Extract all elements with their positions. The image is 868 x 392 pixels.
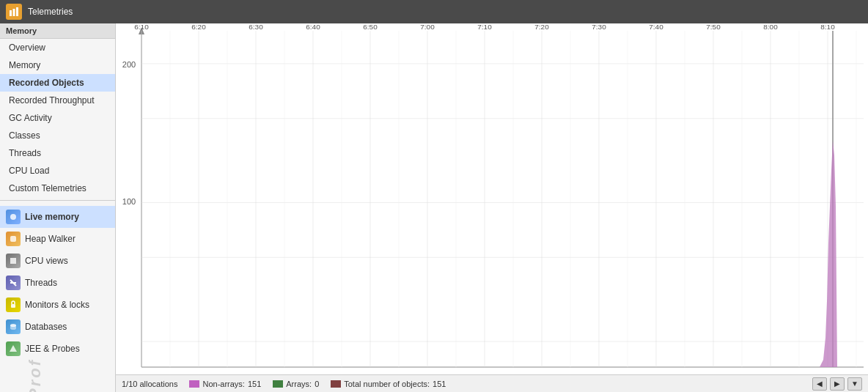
threads-tool-icon [6, 275, 21, 290]
sidebar-tool-databases[interactable]: Databases [0, 316, 115, 338]
chart-svg: 200 100 6:10 6:20 [116, 23, 868, 374]
main-layout: Memory Overview Memory Recorded Objects … [0, 23, 868, 392]
svg-text:7:50: 7:50 [706, 23, 721, 31]
sidebar-tool-threads[interactable]: Threads [0, 272, 115, 294]
sidebar-item-recorded-objects[interactable]: Recorded Objects [0, 74, 115, 92]
sidebar-tool-heap-walker[interactable]: Heap Walker [0, 228, 115, 250]
svg-text:100: 100 [122, 197, 136, 206]
non-arrays-label: Non-arrays: [202, 380, 244, 388]
heap-walker-label: Heap Walker [25, 234, 76, 244]
svg-rect-4 [10, 236, 16, 242]
header-title: Telemetries [28, 7, 73, 17]
svg-text:7:20: 7:20 [534, 23, 549, 31]
svg-text:6:50: 6:50 [363, 23, 378, 31]
sidebar-tool-jee-probes[interactable]: JEE & Probes [0, 338, 115, 360]
svg-text:200: 200 [122, 60, 136, 69]
total-value: 151 [433, 380, 446, 388]
sidebar-item-threads[interactable]: Threads [0, 144, 115, 162]
svg-text:7:30: 7:30 [592, 23, 606, 31]
arrays-color-swatch [273, 380, 283, 388]
svg-text:6:20: 6:20 [191, 23, 206, 31]
databases-icon [6, 319, 21, 334]
sidebar-item-memory[interactable]: Memory [0, 56, 115, 74]
total-label: Total number of objects: [344, 380, 430, 388]
svg-text:8:00: 8:00 [763, 23, 778, 31]
live-memory-label: Live memory [25, 212, 79, 222]
jee-probes-label: JEE & Probes [25, 344, 80, 354]
status-bar: 1/10 allocations Non-arrays: 151 Arrays:… [116, 374, 868, 392]
databases-label: Databases [25, 322, 67, 332]
profiler-watermark: JProfiler [26, 360, 45, 392]
monitors-locks-label: Monitors & locks [25, 300, 89, 310]
cpu-views-label: CPU views [25, 256, 68, 266]
total-color-swatch [331, 380, 341, 388]
sidebar-item-recorded-throughput[interactable]: Recorded Throughput [0, 92, 115, 109]
cpu-views-icon [6, 254, 21, 268]
svg-rect-1 [13, 9, 15, 16]
svg-text:6:40: 6:40 [306, 23, 320, 31]
nav-menu-button[interactable]: ▼ [847, 377, 862, 391]
telemetries-icon [6, 4, 22, 20]
svg-text:8:10: 8:10 [820, 23, 835, 31]
sidebar: Memory Overview Memory Recorded Objects … [0, 23, 116, 392]
monitors-locks-icon [6, 297, 21, 312]
sidebar-item-overview[interactable]: Overview [0, 39, 115, 56]
svg-rect-2 [16, 7, 18, 16]
svg-text:6:10: 6:10 [134, 23, 149, 31]
arrays-label: Arrays: [286, 380, 312, 388]
svg-marker-10 [10, 345, 17, 352]
allocations-text: 1/10 allocations [122, 380, 177, 388]
sidebar-tool-monitors-locks[interactable]: Monitors & locks [0, 294, 115, 316]
arrays-item: Arrays: 0 [273, 380, 319, 388]
top-header: Telemetries [0, 0, 868, 23]
non-arrays-color-swatch [189, 380, 199, 388]
nav-controls: ◀ ▶ ▼ [812, 377, 862, 391]
sidebar-item-custom-telemetries[interactable]: Custom Telemetries [0, 180, 115, 197]
svg-point-3 [10, 214, 16, 220]
total-item: Total number of objects: 151 [331, 380, 446, 388]
memory-section-header: Memory [0, 23, 115, 39]
non-arrays-item: Non-arrays: 151 [189, 380, 261, 388]
svg-rect-5 [10, 258, 16, 264]
svg-text:7:10: 7:10 [477, 23, 492, 31]
sidebar-tool-live-memory[interactable]: Live memory [0, 206, 115, 228]
svg-rect-11 [116, 23, 868, 374]
arrays-value: 0 [315, 380, 319, 388]
svg-rect-0 [10, 10, 12, 16]
threads-tool-label: Threads [25, 278, 57, 288]
sidebar-tool-cpu-views[interactable]: CPU views [0, 250, 115, 272]
jee-probes-icon [6, 341, 21, 356]
live-memory-icon [6, 210, 21, 224]
nav-back-button[interactable]: ◀ [812, 377, 827, 391]
chart-area[interactable]: 200 100 6:10 6:20 [116, 23, 868, 374]
sidebar-item-classes[interactable]: Classes [0, 127, 115, 144]
heap-walker-icon [6, 232, 21, 246]
sidebar-item-cpu-load[interactable]: CPU Load [0, 162, 115, 180]
svg-rect-8 [11, 304, 15, 308]
chart-container: 200 100 6:10 6:20 [116, 23, 868, 392]
sidebar-item-gc-activity[interactable]: GC Activity [0, 109, 115, 127]
nav-forward-button[interactable]: ▶ [830, 377, 845, 391]
svg-text:6:30: 6:30 [249, 23, 263, 31]
svg-text:7:00: 7:00 [420, 23, 435, 31]
svg-text:7:40: 7:40 [649, 23, 663, 31]
non-arrays-value: 151 [248, 380, 261, 388]
